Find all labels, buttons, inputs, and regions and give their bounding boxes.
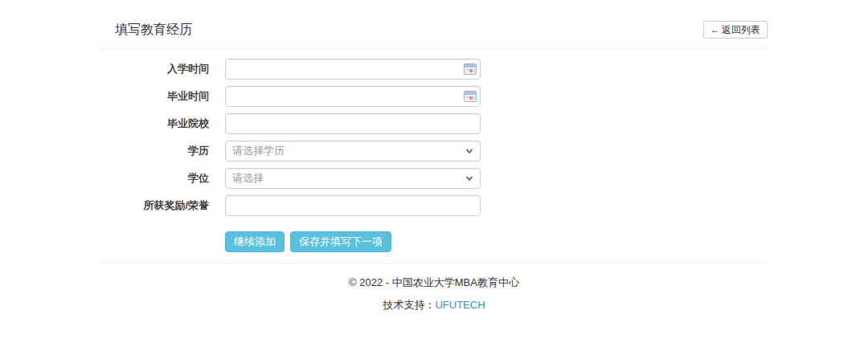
awards-input[interactable] xyxy=(225,195,481,216)
graduation-school-wrap xyxy=(225,113,481,134)
awards-row: 所获奖励/荣誉 xyxy=(100,195,768,216)
awards-wrap xyxy=(225,195,481,216)
graduation-school-input[interactable] xyxy=(225,113,481,134)
continue-add-button[interactable]: 继续添加 xyxy=(225,231,285,252)
education-level-label: 学历 xyxy=(100,141,217,161)
education-level-wrap: 请选择学历 xyxy=(225,141,481,161)
graduation-time-wrap xyxy=(225,86,481,107)
education-form: 入学时间 毕业时间 xyxy=(100,59,768,252)
support-line: 技术支持：UFUTECH xyxy=(0,290,868,312)
calendar-icon[interactable] xyxy=(464,63,477,75)
education-level-row: 学历 请选择学历 xyxy=(100,141,768,161)
degree-selected-value: 请选择 xyxy=(232,171,264,186)
page-title: 填写教育经历 xyxy=(115,21,192,39)
degree-wrap: 请选择 xyxy=(225,168,481,189)
enrollment-time-label: 入学时间 xyxy=(100,59,217,80)
graduation-time-input[interactable] xyxy=(225,86,481,107)
graduation-school-label: 毕业院校 xyxy=(100,113,217,134)
back-to-list-button[interactable]: ←返回列表 xyxy=(703,21,768,39)
degree-label: 学位 xyxy=(100,168,217,189)
degree-select[interactable]: 请选择 xyxy=(225,168,481,189)
support-label: 技术支持： xyxy=(383,299,435,311)
footer-divider xyxy=(100,263,768,263)
left-arrow-icon: ← xyxy=(710,24,720,35)
education-level-select[interactable]: 请选择学历 xyxy=(225,141,481,161)
graduation-school-row: 毕业院校 xyxy=(100,113,768,134)
chevron-down-icon xyxy=(465,147,473,155)
copyright-text: © 2022 - 中国农业大学MBA教育中心 xyxy=(0,263,868,290)
save-and-next-button[interactable]: 保存并填写下一项 xyxy=(290,231,391,252)
degree-row: 学位 请选择 xyxy=(100,168,768,189)
support-link[interactable]: UFUTECH xyxy=(435,299,485,311)
graduation-time-row: 毕业时间 xyxy=(100,86,768,107)
enrollment-time-wrap xyxy=(225,59,481,80)
enrollment-time-row: 入学时间 xyxy=(100,59,768,80)
enrollment-time-input[interactable] xyxy=(225,59,481,80)
page-header: 填写教育经历 ←返回列表 xyxy=(100,0,768,49)
calendar-icon[interactable] xyxy=(464,90,477,102)
awards-label: 所获奖励/荣誉 xyxy=(100,195,217,216)
back-button-label: 返回列表 xyxy=(722,24,760,35)
page-footer: © 2022 - 中国农业大学MBA教育中心 技术支持：UFUTECH xyxy=(0,263,868,312)
form-actions: 继续添加 保存并填写下一项 xyxy=(225,231,768,252)
graduation-time-label: 毕业时间 xyxy=(100,86,217,107)
main-container: 填写教育经历 ←返回列表 入学时间 毕业时间 xyxy=(100,0,768,263)
education-level-selected-value: 请选择学历 xyxy=(232,144,285,158)
chevron-down-icon xyxy=(465,174,473,182)
